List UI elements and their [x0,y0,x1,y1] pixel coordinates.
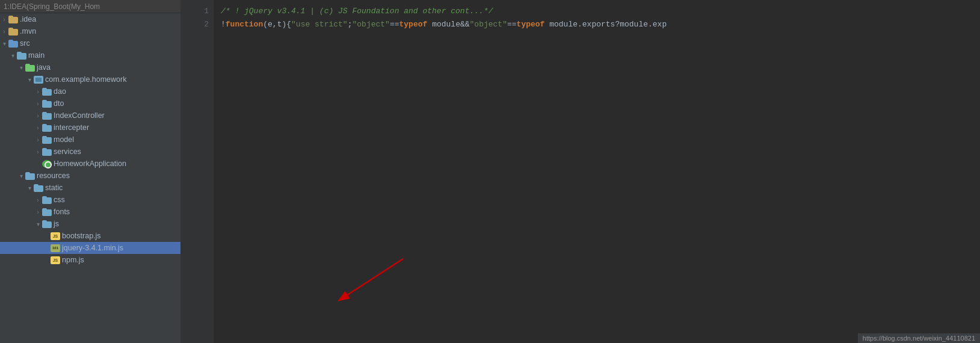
tree-item-com.example.homework[interactable]: com.example.homework [0,73,180,85]
folder-icon [25,64,35,72]
tree-item-label: model [54,135,74,144]
tree-item-label: dao [54,87,66,96]
tree-arrow [17,173,25,179]
folder-icon [42,124,52,132]
tree-arrow [34,209,42,215]
js-file-icon: JS [51,256,60,264]
tree-item-resources[interactable]: resources [0,170,180,182]
tree-item-idea[interactable]: .idea [0,13,180,25]
line-numbers: 12 [180,0,214,343]
tree-arrow [34,125,42,131]
tree-item-HomeworkApplication[interactable]: HomeworkApplication [0,158,180,170]
code-token: "object" [470,20,507,29]
js-minified-file-icon: 101 [51,244,60,252]
line-number: 1 [180,5,209,18]
tree-item-model[interactable]: model [0,134,180,146]
tree-item-mvn[interactable]: .mvn [0,25,180,37]
tree-arrow [25,185,34,191]
tree-item-IndexController[interactable]: IndexController [0,110,180,122]
tree-arrow [34,149,42,155]
code-token: module&& [427,20,469,29]
tree-item-label: jquery-3.4.1.min.js [62,244,123,252]
tree-item-label: js [54,220,59,228]
tree-item-static[interactable]: static [0,182,180,194]
tree-item-intercepter[interactable]: intercepter [0,122,180,134]
tree-arrow [34,197,42,203]
tree-arrow [25,76,34,83]
tree-item-label: intercepter [54,123,89,132]
tree-item-src[interactable]: src [0,37,180,49]
folder-icon [42,208,52,216]
status-bar: https://blog.csdn.net/weixin_44110821 [858,333,980,343]
folder-icon [42,148,52,156]
tree-arrow [0,40,8,47]
spring-icon [42,160,52,168]
folder-icon [42,220,52,228]
tree-arrow [34,113,42,119]
tree-item-label: com.example.homework [45,75,126,84]
folder-icon [42,136,52,144]
tree-item-label: IndexController [54,111,105,120]
folder-icon [25,172,35,180]
code-token: "object" [352,20,389,29]
tree-item-npm.js[interactable]: JSnpm.js [0,254,180,266]
code-token: module.exports?module.exp [544,20,667,29]
tree-item-js[interactable]: js [0,218,180,230]
folder-icon [42,100,52,108]
tree-arrow [0,28,8,35]
code-editor: 12 /* ! jQuery v3.4.1 | (c) JS Foundatio… [180,0,980,343]
tree-item-css[interactable]: css [0,194,180,206]
tree-item-label: HomeworkApplication [54,159,126,168]
tree-arrow [8,52,17,59]
tree-arrow [0,16,8,23]
code-area: /* ! jQuery v3.4.1 | (c) JS Foundation a… [214,0,980,343]
tree-item-services[interactable]: services [0,146,180,158]
tree-item-label: .mvn [20,27,36,36]
tree-item-jquery-3.4.1.min.js[interactable]: 101jquery-3.4.1.min.js [0,242,180,254]
tree-item-fonts[interactable]: fonts [0,206,180,218]
code-line: /* ! jQuery v3.4.1 | (c) JS Foundation a… [221,5,980,18]
tree-arrow [34,88,42,95]
tree-item-label: fonts [54,208,70,216]
tree-item-label: css [54,196,65,204]
code-token: typeof [399,20,428,29]
tree-container: .idea.mvnsrcmainjavacom.example.homework… [0,13,180,266]
tree-item-main[interactable]: main [0,49,180,61]
folder-icon [8,16,18,23]
package-icon [34,76,43,84]
code-token: "use strict" [291,20,348,29]
tree-item-label: services [54,147,81,156]
folder-icon [17,52,26,60]
tree-arrow [34,221,42,227]
code-token: typeof [517,20,545,29]
file-tree-sidebar[interactable]: 1:IDEA(Spring_Boot(My_Hom .idea.mvnsrcma… [0,0,180,343]
tree-item-label: dto [54,99,64,108]
folder-icon [34,184,43,192]
line-number: 2 [180,18,209,31]
js-file-icon: JS [51,232,60,240]
tree-item-java[interactable]: java [0,61,180,73]
tree-arrow [34,137,42,143]
tree-item-label: .idea [20,15,36,23]
tree-item-label: java [37,63,51,72]
tree-item-label: src [20,39,30,48]
folder-icon [8,40,18,48]
code-token: == [507,20,517,29]
tree-item-label: main [28,51,45,60]
tree-item-dao[interactable]: dao [0,85,180,97]
folder-icon [42,196,52,204]
tree-arrow [34,100,42,107]
code-token: == [390,20,399,29]
tree-arrow [17,64,25,71]
code-line: !function(e,t){"use strict";"object"==ty… [221,18,980,31]
tree-item-label: bootstrap.js [62,232,101,240]
folder-icon [8,28,18,36]
code-token: (e,t){ [263,20,291,29]
code-token: function [226,20,263,29]
code-token: /* ! jQuery v3.4.1 | (c) JS Foundation a… [221,7,493,16]
sidebar-title: 1:IDEA(Spring_Boot(My_Hom [0,0,180,13]
tree-item-label: static [45,184,63,192]
tree-item-dto[interactable]: dto [0,97,180,110]
tree-item-bootstrap.js[interactable]: JSbootstrap.js [0,230,180,242]
folder-icon [42,88,52,96]
